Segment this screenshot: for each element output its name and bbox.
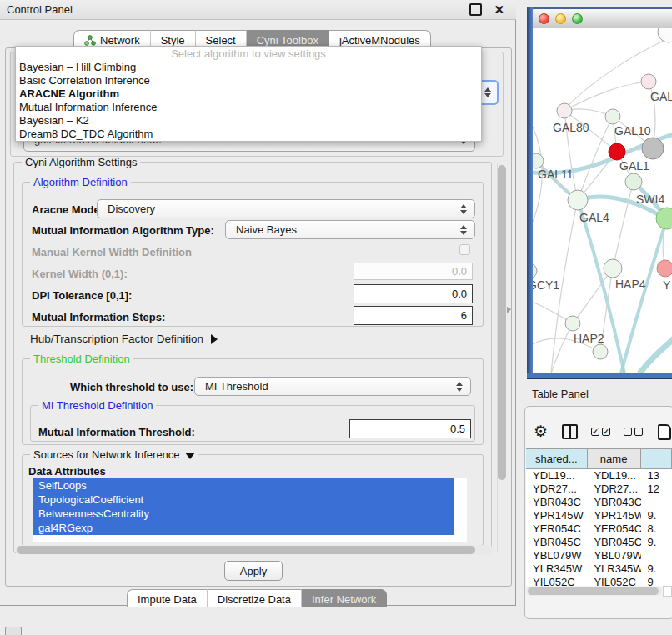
node-gal4[interactable]: [568, 190, 588, 210]
list-item[interactable]: gal4RGexp: [33, 521, 454, 535]
float-window-icon[interactable]: [469, 3, 482, 16]
column-header[interactable]: shared...: [526, 448, 588, 469]
cell: YBR045C: [587, 536, 640, 549]
table-hscrollbar-thumb[interactable]: [528, 588, 659, 595]
algorithm-option[interactable]: Bayesian – Hill Climbing: [16, 61, 481, 74]
table-row[interactable]: YER054CYER054C8.: [526, 522, 672, 536]
which-threshold-combobox[interactable]: MI Threshold: [194, 377, 471, 396]
node-gal80[interactable]: [557, 103, 572, 118]
algorithm-option[interactable]: Dream8 DC_TDC Algorithm: [16, 128, 481, 141]
network-canvas[interactable]: GAL GAL80 GAL10 GAL1 GAL11 SWI4 GAL4 GCY…: [533, 28, 672, 373]
aracne-mode-value: Discovery: [98, 202, 460, 215]
dpi-tolerance-field[interactable]: [354, 284, 473, 303]
node-gray[interactable]: [642, 138, 664, 159]
tab-label: Cyni Toolbox: [257, 34, 318, 47]
cell: YPR145W: [587, 509, 640, 522]
cell: YER054C: [526, 522, 587, 536]
vertical-scrollbar-thumb[interactable]: [498, 165, 506, 480]
node-salmon[interactable]: [657, 260, 672, 277]
tab-discretize-data[interactable]: Discretize Data: [208, 589, 302, 608]
node-table: shared... name: [526, 448, 672, 469]
apply-label: Apply: [240, 565, 268, 578]
column-split-icon[interactable]: [562, 424, 578, 439]
algorithm-option[interactable]: Mutual Information Inference: [16, 101, 481, 114]
tab-label: Discretize Data: [218, 593, 291, 606]
table-row[interactable]: YPR145WYPR145W9.: [526, 509, 672, 522]
tab-label: Style: [161, 34, 185, 47]
network-window-left-frame: [527, 8, 533, 379]
list-item[interactable]: SelfLoops: [33, 478, 454, 492]
aracne-mode-label: Aracne Mode:: [32, 203, 103, 216]
which-threshold-value: MI Threshold: [195, 380, 456, 392]
zoom-button[interactable]: [572, 13, 583, 24]
node-partial-bottom[interactable]: [593, 344, 608, 359]
node-gal10[interactable]: [605, 109, 620, 124]
apply-button[interactable]: Apply: [224, 561, 283, 581]
manual-kernel-label: Manual Kernel Width Definition: [32, 246, 192, 258]
close-icon[interactable]: ✕: [494, 5, 504, 14]
select-all-columns-icon[interactable]: ✓✓: [591, 428, 610, 436]
table-row[interactable]: YBL079WYBL079W: [526, 549, 672, 562]
cell: 13: [641, 469, 672, 482]
minimize-button[interactable]: [555, 13, 566, 24]
minimized-panel-icon[interactable]: [5, 627, 22, 635]
column-header[interactable]: name: [588, 448, 641, 469]
node-gal11[interactable]: [533, 153, 544, 168]
deselect-all-columns-icon[interactable]: [624, 428, 643, 436]
column-header-clipped[interactable]: [641, 448, 672, 469]
node-gcy1[interactable]: [533, 263, 537, 278]
mi-type-combobox[interactable]: Naive Bayes: [225, 220, 475, 239]
expand-arrow-icon: [211, 334, 218, 344]
table-row[interactable]: YBR043CYBR043C: [526, 496, 672, 509]
node-label: GAL80: [553, 121, 589, 134]
algorithm-option[interactable]: Bayesian – K2: [16, 114, 481, 128]
node-red-selected[interactable]: [609, 143, 625, 160]
cell: YBL079W: [587, 549, 640, 562]
table-row[interactable]: YIL052CYIL052C9: [526, 576, 672, 586]
tab-infer-network[interactable]: Infer Network: [302, 589, 387, 608]
mi-steps-label: Mutual Information Steps:: [32, 311, 165, 323]
table-row[interactable]: YLR345WYLR345W9.: [526, 562, 672, 576]
tab-impute-data[interactable]: Impute Data: [127, 589, 208, 608]
kernel-width-label: Kernel Width (0,1):: [32, 268, 128, 280]
list-item[interactable]: TopologicalCoefficient: [33, 492, 454, 507]
algorithm-dropdown-popup: Select algorithm to view settings Bayesi…: [15, 46, 482, 142]
control-panel-titlebar: Control Panel ✕: [0, 0, 516, 20]
aracne-mode-combobox[interactable]: Discovery: [97, 199, 475, 218]
horizontal-scrollbar-thumb[interactable]: [17, 546, 475, 554]
node-gal-partial[interactable]: [641, 74, 656, 89]
sources-group-title[interactable]: Sources for Network Inference: [30, 448, 198, 461]
scrollbar-corner: [663, 586, 672, 597]
kernel-width-field[interactable]: [354, 262, 473, 280]
cell: 8.: [641, 522, 672, 536]
cell: YLR345W: [526, 562, 587, 576]
mi-steps-field[interactable]: [354, 306, 473, 325]
cell: YBR045C: [526, 536, 587, 549]
node-hap2[interactable]: [565, 316, 580, 331]
algorithm-option-selected[interactable]: ARACNE Algorithm: [16, 88, 481, 101]
cell: YBR043C: [526, 496, 587, 509]
table-row[interactable]: YDL19...YDL19...13: [526, 469, 672, 482]
node-gal1[interactable]: [625, 173, 642, 190]
algorithm-option[interactable]: Basic Correlation Inference: [16, 74, 481, 88]
tab-label: Impute Data: [138, 593, 197, 606]
gear-icon[interactable]: ⚙: [534, 421, 548, 442]
table-row[interactable]: YBR045CYBR045C9.: [526, 536, 672, 549]
data-attributes-list: SelfLoops TopologicalCoefficient Between…: [33, 478, 467, 542]
new-table-icon[interactable]: [658, 424, 671, 440]
node-partial-top[interactable]: [658, 28, 672, 42]
list-item[interactable]: BetweennessCentrality: [33, 507, 454, 521]
mi-threshold-field[interactable]: [349, 419, 471, 438]
cell: YBR043C: [587, 496, 640, 509]
cell: [641, 549, 672, 562]
network-window-titlebar[interactable]: [533, 9, 672, 28]
cell: YIL052C: [587, 576, 640, 586]
cell: YDL19...: [526, 469, 587, 482]
manual-kernel-checkbox[interactable]: [459, 244, 470, 255]
cell: 12: [641, 482, 672, 496]
table-row[interactable]: YDR27...YDR27...12: [526, 482, 672, 496]
close-button[interactable]: [539, 13, 549, 24]
sources-title-text: Sources for Network Inference: [33, 448, 180, 461]
node-hap4[interactable]: [604, 259, 622, 278]
hub-definition-expander[interactable]: Hub/Transcription Factor Definition: [30, 332, 218, 345]
